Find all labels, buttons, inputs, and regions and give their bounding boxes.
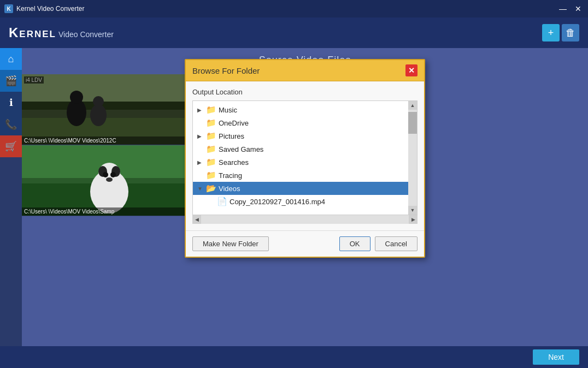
make-new-folder-button[interactable]: Make New Folder <box>192 236 269 251</box>
scroll-down-arrow[interactable]: ▼ <box>408 206 417 215</box>
title-bar: K Kernel Video Converter — ✕ <box>0 0 588 17</box>
folder-icon-searches: 📁 <box>206 157 216 167</box>
logo-sub: Video Converter <box>58 30 114 39</box>
app-header: Kernel Video Converter + 🗑 <box>0 17 588 48</box>
dialog-overlay: Browse For Folder ✕ Output Location ▶ 📁 … <box>22 48 588 346</box>
scroll-thumb[interactable] <box>408 112 417 134</box>
tree-toggle-videos[interactable]: ▼ <box>197 186 204 192</box>
folder-icon-tracing: 📁 <box>206 170 216 180</box>
tree-toggle-tracing <box>197 173 204 179</box>
app-icon: K <box>4 4 13 13</box>
tree-toggle-saved-games <box>197 146 204 152</box>
sidebar-item-home[interactable]: ⌂ <box>0 48 22 70</box>
scroll-left-arrow[interactable]: ◀ <box>192 215 201 224</box>
folder-icon-copy-file: 📄 <box>217 197 227 206</box>
folder-icon-videos: 📂 <box>206 183 216 193</box>
header-buttons: + 🗑 <box>542 24 579 41</box>
dialog-titlebar: Browse For Folder ✕ <box>186 60 424 81</box>
dialog-section-label: Output Location <box>192 88 418 96</box>
tree-label-tracing: Tracing <box>219 171 413 180</box>
ok-button[interactable]: OK <box>339 236 371 251</box>
tree-item-videos[interactable]: ▼ 📂 Videos <box>193 182 417 195</box>
home-icon: ⌂ <box>8 54 14 65</box>
footer-right-buttons: OK Cancel <box>339 236 418 251</box>
folder-icon-pictures: 📁 <box>206 131 216 141</box>
scroll-right-arrow[interactable]: ▶ <box>409 215 418 224</box>
tree-container[interactable]: ▶ 📁 Music 📁 OneDrive <box>192 100 418 215</box>
minimize-button[interactable]: — <box>557 5 568 13</box>
cancel-button[interactable]: Cancel <box>375 236 418 251</box>
sidebar-item-video[interactable]: 🎬 <box>0 70 22 92</box>
tree-item-copy-file[interactable]: 📄 Copy_20120927_001416.mp4 <box>193 195 417 208</box>
add-button[interactable]: + <box>542 24 560 41</box>
tree-label-music: Music <box>219 106 413 114</box>
title-bar-text: Kernel Video Converter <box>16 5 85 13</box>
horizontal-scrollbar[interactable]: ◀ ▶ <box>192 215 418 224</box>
tree-scroll-area: ▶ 📁 Music 📁 OneDrive <box>193 101 417 215</box>
bottom-bar: Next <box>0 346 588 368</box>
cart-icon: 🛒 <box>5 140 17 152</box>
delete-button[interactable]: 🗑 <box>562 24 579 41</box>
vertical-scrollbar[interactable]: ▲ ▼ <box>408 101 417 215</box>
tree-toggle-music[interactable]: ▶ <box>197 107 204 113</box>
tree-label-saved-games: Saved Games <box>219 145 413 153</box>
tree-item-saved-games[interactable]: 📁 Saved Games <box>193 143 417 156</box>
browse-folder-dialog: Browse For Folder ✕ Output Location ▶ 📁 … <box>185 59 425 258</box>
video-icon: 🎬 <box>5 75 17 87</box>
tree-toggle-pictures[interactable]: ▶ <box>197 133 204 139</box>
tree-item-pictures[interactable]: ▶ 📁 Pictures <box>193 129 417 143</box>
title-bar-controls: — ✕ <box>557 5 584 13</box>
phone-icon: 📞 <box>5 118 17 130</box>
dialog-body: Output Location ▶ 📁 Music <box>186 81 424 230</box>
tree-label-videos: Videos <box>219 185 413 193</box>
sidebar: ⌂ 🎬 ℹ 📞 🛒 <box>0 48 22 346</box>
scroll-up-arrow[interactable]: ▲ <box>408 101 417 110</box>
dialog-close-button[interactable]: ✕ <box>405 64 418 76</box>
tree-toggle-copy-file <box>208 199 215 205</box>
next-button[interactable]: Next <box>533 349 579 365</box>
tree-toggle-onedrive <box>197 120 204 126</box>
tree-item-music[interactable]: ▶ 📁 Music <box>193 103 417 116</box>
tree-toggle-searches[interactable]: ▶ <box>197 159 204 165</box>
tree-item-onedrive[interactable]: 📁 OneDrive <box>193 116 417 129</box>
tree-label-copy-file: Copy_20120927_001416.mp4 <box>230 198 413 206</box>
dialog-footer: Make New Folder OK Cancel <box>186 230 424 257</box>
close-button[interactable]: ✕ <box>573 5 584 13</box>
sidebar-item-info[interactable]: ℹ <box>0 92 22 114</box>
content-area: Source Video Files <box>22 48 588 346</box>
sidebar-item-cart[interactable]: 🛒 <box>0 135 22 157</box>
main-area: ⌂ 🎬 ℹ 📞 🛒 Source Video Files <box>0 48 588 346</box>
sidebar-item-phone[interactable]: 📞 <box>0 114 22 135</box>
hscroll-track <box>201 215 409 224</box>
folder-icon-onedrive: 📁 <box>206 118 216 128</box>
folder-icon-music: 📁 <box>206 105 216 115</box>
tree-label-pictures: Pictures <box>219 132 413 140</box>
dialog-title: Browse For Folder <box>192 66 260 75</box>
logo-kernel: Kernel <box>9 25 56 40</box>
app-logo: Kernel Video Converter <box>9 25 114 40</box>
tree-item-searches[interactable]: ▶ 📁 Searches <box>193 156 417 169</box>
tree-label-onedrive: OneDrive <box>219 119 413 127</box>
tree-label-searches: Searches <box>219 158 413 167</box>
title-bar-left: K Kernel Video Converter <box>4 4 85 13</box>
tree-item-tracing[interactable]: 📁 Tracing <box>193 169 417 182</box>
folder-icon-saved-games: 📁 <box>206 144 216 154</box>
info-icon: ℹ <box>9 97 13 109</box>
